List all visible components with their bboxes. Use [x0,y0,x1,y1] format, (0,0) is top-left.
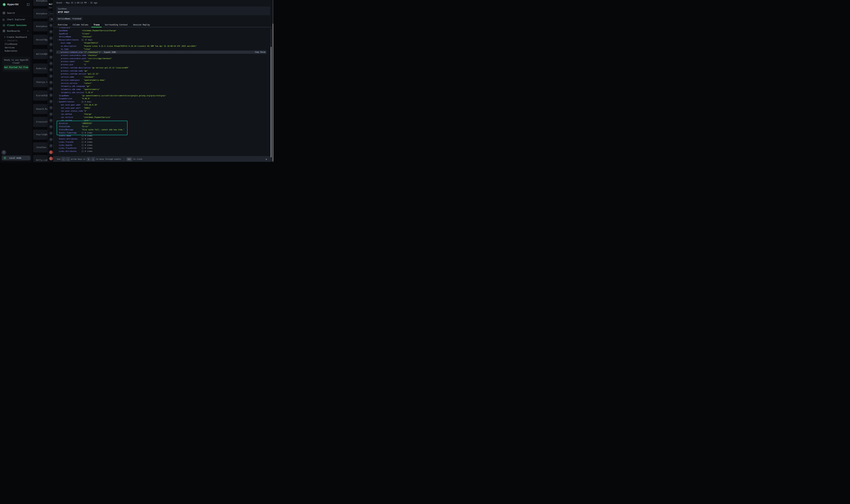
attribute-row-Links.TraceState[interactable]: Links.TraceState[] 0 items [56,147,267,150]
attribute-row-Events.Name[interactable]: Events.Name[] 0 items [56,134,267,138]
attribute-row-process.executable.path[interactable]: process.executable.path"/usr/src/app/che… [56,57,267,60]
attribute-row-os.type[interactable]: os.type"linux" [56,48,267,51]
timeline-event-cell[interactable] [48,48,53,54]
attribute-row-service.name[interactable]: service.name"checkout" [56,75,267,78]
attribute-row-process.owner[interactable]: process.owner"root" [56,60,267,63]
timeline-search-input[interactable]: Sea [49,12,53,16]
timeline-event-cell[interactable] [48,111,53,118]
timeline-event-cell[interactable] [48,35,53,41]
attribute-row-telemetry.sdk.name[interactable]: telemetry.sdk.name"opentelemetry" [56,88,267,91]
session-card[interactable]: Pearl43@ho [33,130,48,140]
collapse-triangle-icon[interactable]: ▾ [57,101,58,103]
attribute-row-net.sock.peer.port[interactable]: net.sock.peer.port"50051" [56,106,267,109]
timeline-event-cell[interactable] [48,124,53,130]
attribute-row-telemetry.sdk.language[interactable]: telemetry.sdk.language"go" [56,85,267,88]
close-icon[interactable]: ✕ [265,158,268,161]
timeline-event-cell[interactable] [48,29,53,35]
attribute-row-host.name[interactable]: host.name"0faab73597c5" [56,41,267,44]
get-started-button[interactable]: Get Started for Free [4,65,29,70]
attribute-row-SpanAttributes[interactable]: ▾SpanAttributes{} 6 keys [56,100,267,103]
attribute-row-SpanKind[interactable]: SpanKind"Client" [56,32,267,35]
timeline-event-cell[interactable] [48,92,53,98]
session-card[interactable]: Kieran92@h [33,91,48,101]
attribute-row-Links.TraceId[interactable]: Links.TraceId[] 0 items [56,140,267,144]
timeline-event-cell[interactable] [48,98,53,105]
attribute-row-StatusMessage[interactable]: StatusMessage"Visa cache full: cannot ad… [56,128,267,131]
attribute-row-rpc.system[interactable]: rpc.system"grpc" [56,119,267,122]
timeline-event-cell[interactable] [48,41,53,48]
attribute-row-process.runtime.description[interactable]: process.runtime.description"go version g… [56,66,267,69]
attribute-row-process.runtime.name[interactable]: process.runtime.name"go" [56,69,267,72]
page-scrollbar[interactable] [272,0,273,162]
copy-value-button[interactable]: Copy Value [254,50,267,54]
attribute-row-ScopeVersion[interactable]: ScopeVersion"0.60.0" [56,97,267,100]
tab-surrounding-context[interactable]: Surrounding Context [103,23,130,28]
attribute-row-Links.Attributes[interactable]: Links.Attributes[] 0 items [56,150,267,153]
presets-toggle[interactable]: PRESETS [4,40,18,42]
attribute-row-process.pid[interactable]: process.pid"1" [56,63,267,66]
expand-json-button[interactable]: Expand JSON [103,51,117,54]
session-card[interactable]: Deion37@gm [33,35,48,45]
attribute-row-Links.SpanId[interactable]: Links.SpanId[] 0 items [56,144,267,147]
attribute-row-rpc.service[interactable]: rpc.service"oteldemo.PaymentService" [56,115,267,119]
session-card[interactable]: Shaniya.Sc [33,77,48,87]
local-mode-button[interactable]: U Local mode [2,156,31,160]
tab-session-replay[interactable]: Session Replay [131,23,152,28]
timeline-event-cell[interactable] [48,60,53,67]
session-card[interactable]: Roderick_S [33,64,48,74]
tab-column-values[interactable]: Column Values [70,23,90,28]
sidebar-item-client-sessions[interactable]: Client Sessions [0,22,32,28]
session-card[interactable]: Anonymous [33,0,48,6]
timeline-event-cell[interactable] [48,67,53,73]
sidebar-item-search[interactable]: Search [0,10,32,16]
session-card[interactable]: Anonymous [33,21,48,31]
timeline-event-cell[interactable] [48,54,53,60]
drawer-scrollbar-thumb[interactable] [271,47,272,157]
attribute-row-TraceState[interactable]: TraceState [56,28,267,29]
timeline-event-cell[interactable] [48,73,53,79]
timeline-event-cell[interactable] [48,86,53,92]
timeline-event-cell[interactable] [48,22,53,29]
collapse-triangle-icon[interactable]: ▾ [57,39,58,41]
help-button[interactable]: ? [2,150,6,155]
session-card[interactable]: Dolly.Lubo [33,155,48,162]
session-card[interactable]: Ernesto33@ [33,117,48,127]
attribute-row-os.description[interactable]: os.description"Alpine Linux 3.21.3 (Linu… [56,44,267,48]
tab-trace[interactable]: Trace [91,23,102,28]
timeline-event-cell[interactable] [48,130,53,137]
sidebar-item-dashboards[interactable]: Dashboards [0,28,32,34]
attribute-row-rpc.grpc.status_code[interactable]: rpc.grpc.status_code"2" [56,109,267,113]
attribute-row-telemetry.sdk.version[interactable]: telemetry.sdk.version"1.35.0" [56,91,267,94]
timeline-event-cell[interactable] [48,156,53,162]
timeline-filter-chip[interactable]: H [49,17,53,21]
attribute-row-Events.Attributes[interactable]: Events.Attributes[] 0 items [56,137,267,140]
session-card[interactable]: Jonathan.B [33,142,48,152]
attribute-row-ResourceAttributes[interactable]: ▾ResourceAttributes{} 17 keys [56,38,267,41]
attribute-row-process.runtime.version[interactable]: process.runtime.version"go1.22.12" [56,72,267,75]
sidebar-item-chart-explorer[interactable]: Chart Explorer [0,17,32,22]
attribute-row-rpc.method[interactable]: rpc.method"Charge" [56,112,267,115]
preset-link-clickhouse[interactable]: Clickhouse [5,43,17,46]
timeline-event-cell[interactable] [48,105,53,111]
sidebar-collapse-icon[interactable] [26,3,30,6]
attribute-row-ServiceName[interactable]: ServiceName"checkout" [56,35,267,38]
timeline-event-cell[interactable] [48,143,53,149]
timeline-event-cell[interactable] [48,137,53,143]
chevron-up-icon[interactable] [27,30,29,32]
attribute-row-Events.Timestamp[interactable]: Events.Timestamp[] 0 items [56,131,267,134]
service-name-tag[interactable]: ServiceName: frontend [56,17,83,21]
attribute-row-ScopeName[interactable]: ScopeName"go.opentelemetry.io/contrib/in… [56,94,267,97]
attribute-row-Duration[interactable]: Duration"28656333" [56,122,267,125]
attribute-row-process.executable.name[interactable]: process.executable.name"checkout" [56,54,267,57]
attribute-row-SpanName[interactable]: SpanName"oteldemo.PaymentService/Charge" [56,29,267,32]
timeline-event-cell[interactable] [48,118,53,124]
preset-link-kubernetes[interactable]: Kubernetes [5,50,17,52]
timeline-event-cell[interactable] [48,79,53,86]
attribute-row-service.namespace[interactable]: service.namespace"opentelemetry-demo" [56,78,267,82]
page-scrollbar-thumb[interactable] [272,23,273,161]
timeline-event-cell[interactable] [48,149,53,156]
attribute-row-process.command_args[interactable]: ▸process.command_args"["./checkout"]"Exp… [56,51,267,54]
attribute-row-net.sock.peer.addr[interactable]: net.sock.peer.addr"172.28.0.10" [56,103,267,106]
session-card[interactable]: Walton9@ho [33,49,48,59]
attribute-row-StatusCode[interactable]: StatusCode"Error" [56,125,267,128]
